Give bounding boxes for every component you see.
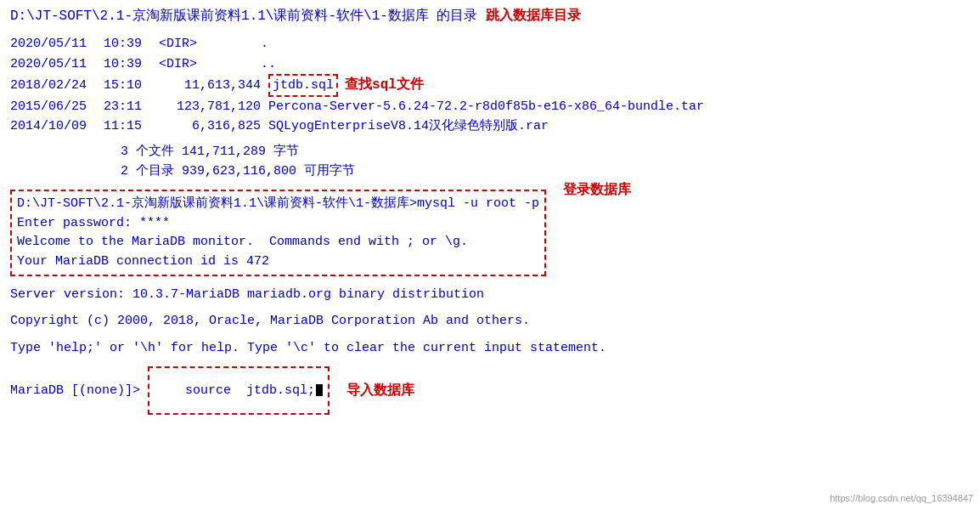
mariadb-prompt: MariaDB [(none)]> xyxy=(10,383,140,398)
dir-annotation: 跳入数据库目录 xyxy=(486,8,581,24)
login-line-1: D:\JT-SOFT\2.1-京淘新版课前资料1.1\课前资料-软件\1-数据库… xyxy=(17,195,539,214)
login-section: D:\JT-SOFT\2.1-京淘新版课前资料1.1\课前资料-软件\1-数据库… xyxy=(10,181,970,281)
dir-path-line: D:\JT-SOFT\2.1-京淘新版课前资料1.1\课前资料-软件\1-数据库… xyxy=(10,7,970,26)
file-listing: 2020/05/11 10:39 <DIR> . 2020/05/11 10:3… xyxy=(10,34,970,136)
prompt-row: MariaDB [(none)]> source jtdb.sql; 导入数据库 xyxy=(10,366,970,415)
import-annotation: 导入数据库 xyxy=(346,382,414,400)
find-sql-annotation: 查找sql文件 xyxy=(345,75,424,96)
dir-entry-5: 2014/10/09 11:15 6,316,825 SQLyogEnterpr… xyxy=(10,116,970,136)
copyright-line: Copyright (c) 2000, 2018, Oracle, MariaD… xyxy=(10,311,970,331)
login-line-4: Your MariaDB connection id is 472 xyxy=(17,252,539,272)
dir-entry-3: 2018/02/24 15:10 11,613,344 jtdb.sql 查找s… xyxy=(10,74,970,97)
summary-files: 3 个文件 141,711,289 字节 xyxy=(10,142,970,162)
source-command-box: source jtdb.sql; xyxy=(148,366,329,415)
dir-entry-2: 2020/05/11 10:39 <DIR> .. xyxy=(10,54,970,74)
cursor-block xyxy=(316,384,323,396)
login-line-2: Enter password: **** xyxy=(17,214,539,234)
source-cmd-text: source jtdb.sql; xyxy=(185,383,315,398)
dir-path-text: D:\JT-SOFT\2.1-京淘新版课前资料1.1\课前资料-软件\1-数据库… xyxy=(10,8,477,24)
summary-dirs: 2 个目录 939,623,116,800 可用字节 xyxy=(10,162,970,181)
login-line-3: Welcome to the MariaDB monitor. Commands… xyxy=(17,233,539,252)
login-block: D:\JT-SOFT\2.1-京淘新版课前资料1.1\课前资料-软件\1-数据库… xyxy=(10,190,546,276)
login-annotation: 登录数据库 xyxy=(563,181,631,199)
help-line: Type 'help;' or '\h' for help. Type '\c'… xyxy=(10,338,970,358)
dir-entry-1: 2020/05/11 10:39 <DIR> . xyxy=(10,34,970,54)
watermark: https://blog.csdn.net/qq_16394847 xyxy=(830,493,973,503)
jtdb-sql-box: jtdb.sql xyxy=(268,74,338,97)
server-version: Server version: 10.3.7-MariaDB mariadb.o… xyxy=(10,285,970,304)
dir-entry-4: 2015/06/25 23:11 123,781,120 Percona-Ser… xyxy=(10,97,970,116)
